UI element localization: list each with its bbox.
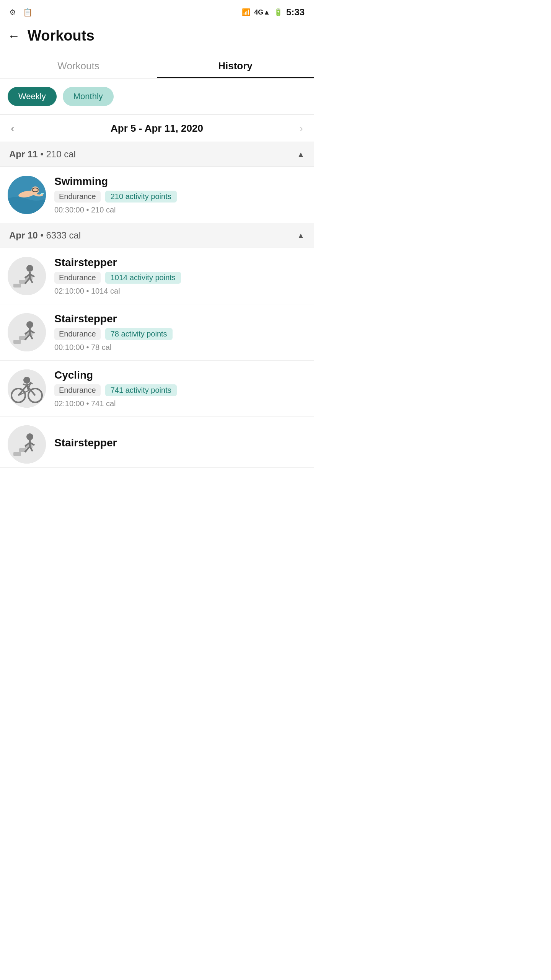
workout-meta-stairstepper1: 02:10:00 • 1014 cal [54, 287, 306, 296]
workout-info-stairstepper3: Stairstepper [54, 437, 306, 452]
bluetooth-icon: 📶 [242, 8, 250, 16]
workout-tags-stairstepper2: Endurance 78 activity points [54, 328, 306, 340]
tag-endurance-swimming: Endurance [54, 191, 101, 203]
stairstepper-icon-1 [8, 257, 46, 295]
collapse-icon-apr10[interactable]: ▲ [297, 231, 305, 240]
svg-rect-38 [13, 452, 21, 456]
date-navigation: ‹ Apr 5 - Apr 11, 2020 › [0, 114, 314, 142]
workout-name-stairstepper3: Stairstepper [54, 437, 306, 449]
back-button[interactable]: ← [8, 30, 20, 42]
filter-weekly-button[interactable]: Weekly [8, 87, 57, 106]
time-display: 5:33 [286, 7, 305, 18]
day-separator-apr11: • [40, 149, 46, 159]
svg-rect-24 [8, 369, 46, 408]
workout-avatar-stairstepper3 [8, 425, 46, 464]
workout-item-cycling[interactable]: Cycling Endurance 741 activity points 02… [0, 361, 314, 417]
day-date-apr11: Apr 11 [9, 149, 38, 159]
svg-point-34 [23, 377, 30, 384]
page-header: ← Workouts [0, 21, 314, 52]
workout-meta-cycling: 02:10:00 • 741 cal [54, 399, 306, 408]
tag-points-stairstepper1: 1014 activity points [105, 272, 181, 284]
workout-avatar-cycling [8, 369, 46, 408]
day-calories-apr10: 6333 cal [46, 230, 81, 240]
workout-avatar-stairstepper1 [8, 257, 46, 295]
tag-endurance-cycling: Endurance [54, 384, 101, 396]
workout-avatar-stairstepper2 [8, 313, 46, 351]
day-date-apr10: Apr 10 [9, 230, 38, 240]
filter-row: Weekly Monthly [0, 78, 314, 114]
svg-rect-15 [13, 340, 21, 344]
workout-tags-cycling: Endurance 741 activity points [54, 384, 306, 396]
clipboard-icon: 📋 [23, 8, 33, 17]
battery-icon: 🔋 [274, 8, 282, 16]
workout-item-stairstepper2[interactable]: Stairstepper Endurance 78 activity point… [0, 304, 314, 361]
date-next-button[interactable]: › [299, 122, 303, 135]
status-right-icons: 📶 4G▲ 🔋 5:33 [242, 7, 305, 18]
workout-meta-stairstepper2: 00:10:00 • 78 cal [54, 343, 306, 352]
svg-point-18 [26, 321, 33, 328]
workout-info-cycling: Cycling Endurance 741 activity points 02… [54, 369, 306, 408]
tag-points-swimming: 210 activity points [105, 191, 177, 203]
filter-monthly-button[interactable]: Monthly [63, 87, 114, 106]
workout-tags-swimming: Endurance 210 activity points [54, 191, 306, 203]
stairstepper-icon-2 [8, 313, 46, 351]
tag-points-cycling: 741 activity points [105, 384, 177, 396]
tag-points-stairstepper2: 78 activity points [105, 328, 173, 340]
workout-info-stairstepper2: Stairstepper Endurance 78 activity point… [54, 313, 306, 352]
workout-info-swimming: Swimming Endurance 210 activity points 0… [54, 175, 306, 214]
svg-point-41 [26, 433, 33, 440]
workout-info-stairstepper1: Stairstepper Endurance 1014 activity poi… [54, 256, 306, 296]
collapse-icon-apr11[interactable]: ▲ [297, 150, 305, 159]
workout-tags-stairstepper1: Endurance 1014 activity points [54, 272, 306, 284]
tab-workouts[interactable]: Workouts [0, 52, 157, 78]
day-separator-apr10: • [40, 230, 46, 240]
stairstepper-icon-3 [8, 425, 46, 464]
date-range-label: Apr 5 - Apr 11, 2020 [111, 122, 203, 134]
status-left-icons: ⚙ 📋 [9, 8, 33, 17]
workout-name-stairstepper1: Stairstepper [54, 256, 306, 269]
tab-bar: Workouts History [0, 52, 314, 78]
swimming-icon [8, 176, 46, 214]
workout-name-cycling: Cycling [54, 369, 306, 381]
tab-history[interactable]: History [157, 52, 314, 78]
svg-rect-5 [13, 284, 21, 287]
settings-icon: ⚙ [9, 8, 16, 17]
day-calories-apr11: 210 cal [46, 149, 75, 159]
workout-item-swimming[interactable]: Swimming Endurance 210 activity points 0… [0, 167, 314, 223]
workout-meta-swimming: 00:30:00 • 210 cal [54, 206, 306, 214]
page-title: Workouts [28, 28, 95, 44]
svg-point-8 [26, 265, 33, 272]
workout-item-stairstepper1[interactable]: Stairstepper Endurance 1014 activity poi… [0, 248, 314, 304]
day-header-apr10[interactable]: Apr 10 • 6333 cal ▲ [0, 223, 314, 248]
tag-endurance-stairstepper2: Endurance [54, 328, 101, 340]
day-header-apr11[interactable]: Apr 11 • 210 cal ▲ [0, 142, 314, 167]
status-bar: ⚙ 📋 📶 4G▲ 🔋 5:33 [0, 0, 314, 21]
workout-item-stairstepper3[interactable]: Stairstepper [0, 417, 314, 468]
date-prev-button[interactable]: ‹ [11, 122, 15, 135]
signal-icon: 4G▲ [254, 8, 270, 16]
cycling-icon [8, 369, 46, 408]
tag-endurance-stairstepper1: Endurance [54, 272, 101, 284]
workout-name-stairstepper2: Stairstepper [54, 313, 306, 325]
workout-avatar-swimming [8, 176, 46, 214]
workout-name-swimming: Swimming [54, 175, 306, 188]
